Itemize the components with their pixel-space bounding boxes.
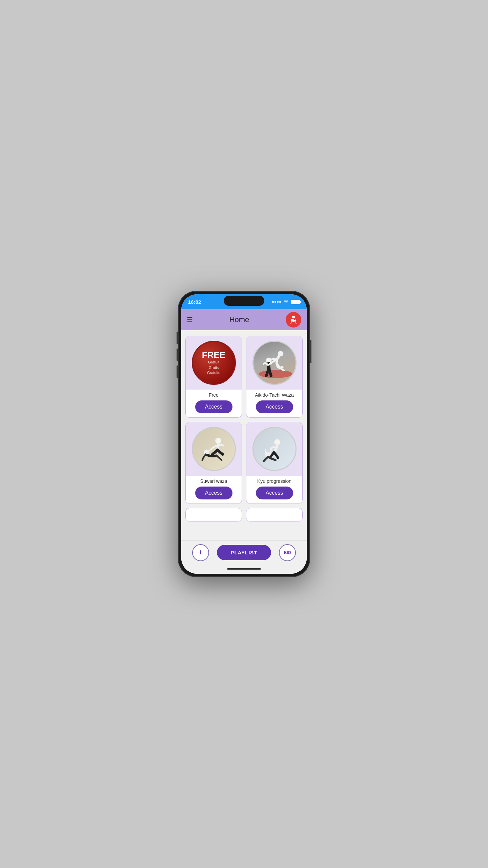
bio-nav-button[interactable]: BIO bbox=[279, 544, 296, 561]
status-time: 16:02 bbox=[188, 299, 201, 305]
battery-icon bbox=[291, 300, 300, 304]
partial-card-right bbox=[246, 508, 303, 521]
suwari-image bbox=[192, 427, 236, 471]
cards-row-1: FREE Gratuit Gratis Gratuito Free Access bbox=[185, 336, 303, 418]
free-circle-badge: FREE Gratuit Gratis Gratuito bbox=[192, 341, 236, 385]
svg-point-1 bbox=[253, 342, 297, 385]
logo-button[interactable] bbox=[286, 312, 301, 328]
partial-cards-row bbox=[185, 508, 303, 521]
phone-screen: 16:02 ☰ bbox=[181, 294, 307, 574]
access-button-free[interactable]: Access bbox=[195, 400, 232, 413]
access-button-kyu[interactable]: Access bbox=[256, 487, 293, 499]
svg-point-0 bbox=[292, 316, 295, 318]
card-kyu-label: Kyu progression bbox=[256, 476, 293, 485]
home-bar bbox=[181, 564, 307, 574]
app-content: FREE Gratuit Gratis Gratuito Free Access bbox=[181, 330, 307, 540]
card-suwari-image-area bbox=[186, 422, 242, 476]
header-title: Home bbox=[229, 315, 249, 324]
signal-dots-icon bbox=[272, 301, 281, 303]
card-free: FREE Gratuit Gratis Gratuito Free Access bbox=[185, 336, 242, 418]
access-button-aikido[interactable]: Access bbox=[256, 400, 293, 413]
card-kyu-image-area bbox=[246, 422, 302, 476]
card-aikido-image-area bbox=[246, 336, 302, 390]
aikido-tachi-image bbox=[252, 341, 297, 385]
bottom-nav: i PLAYLIST BIO bbox=[181, 540, 307, 564]
app-header: ☰ Home bbox=[181, 309, 307, 330]
dynamic-island bbox=[224, 296, 264, 306]
card-free-label: Free bbox=[207, 390, 220, 399]
cards-row-2: Suwari waza Access bbox=[185, 422, 303, 504]
kyu-image bbox=[252, 427, 297, 471]
card-free-image-area: FREE Gratuit Gratis Gratuito bbox=[186, 336, 242, 390]
home-indicator bbox=[227, 568, 261, 570]
info-nav-button[interactable]: i bbox=[192, 544, 209, 561]
card-aikido-tachi: Aikido-Tachi Waza Access bbox=[246, 336, 303, 418]
phone-frame: 16:02 ☰ bbox=[178, 291, 310, 577]
card-kyu: Kyu progression Access bbox=[246, 422, 303, 504]
card-aikido-label: Aikido-Tachi Waza bbox=[253, 390, 295, 399]
card-suwari-label: Suwari waza bbox=[199, 476, 228, 485]
card-suwari: Suwari waza Access bbox=[185, 422, 242, 504]
free-sub-text: Gratuit Gratis Gratuito bbox=[207, 360, 220, 375]
hamburger-menu-icon[interactable]: ☰ bbox=[187, 316, 193, 323]
svg-point-2 bbox=[259, 370, 292, 378]
status-icons bbox=[272, 299, 300, 305]
free-main-text: FREE bbox=[202, 350, 225, 360]
wifi-icon bbox=[283, 299, 289, 305]
playlist-nav-button[interactable]: PLAYLIST bbox=[217, 545, 271, 560]
access-button-suwari[interactable]: Access bbox=[195, 487, 232, 499]
partial-card-left bbox=[185, 508, 242, 521]
